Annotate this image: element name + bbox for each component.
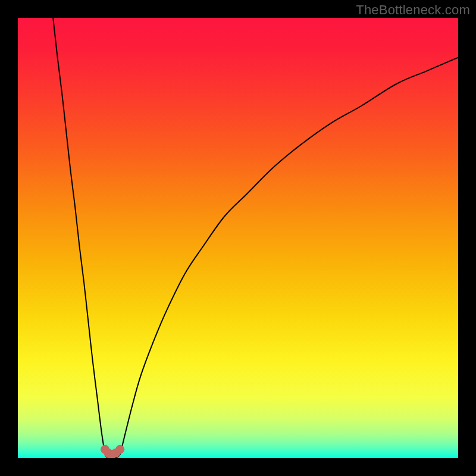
chart-frame: TheBottleneck.com bbox=[0, 0, 476, 476]
plot-area bbox=[18, 18, 458, 458]
chart-svg bbox=[18, 18, 458, 458]
watermark-text: TheBottleneck.com bbox=[356, 2, 470, 18]
gradient-background bbox=[18, 18, 458, 458]
marker-point bbox=[115, 445, 124, 454]
